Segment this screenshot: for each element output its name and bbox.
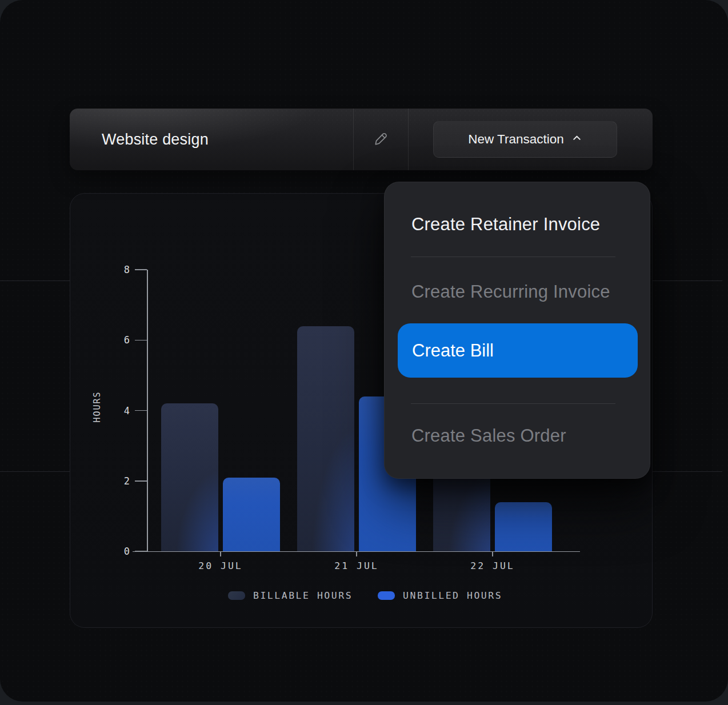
new-transaction-button[interactable]: New Transaction — [433, 121, 617, 158]
menu-item-create-bill[interactable]: Create Bill — [398, 323, 638, 378]
y-tick-4 — [135, 410, 147, 411]
y-tick-0 — [135, 551, 147, 552]
new-transaction-label: New Transaction — [468, 132, 564, 147]
bar-unbilled-hours-20-jul — [223, 478, 280, 551]
y-tick-label-0: 0 — [124, 546, 130, 557]
app-canvas: HOURS 0246820 JUL21 JUL22 JUL BILLABLE H… — [0, 0, 728, 702]
edit-project-button[interactable] — [353, 109, 408, 170]
bar-unbilled-hours-22-jul — [495, 502, 552, 551]
project-header-bar: Website design New Transaction — [70, 109, 653, 170]
x-tick-20-jul — [220, 551, 221, 556]
legend-item-billable: BILLABLE HOURS — [228, 590, 353, 601]
new-transaction-dropdown: Create Retainer Invoice Create Recurring… — [384, 182, 650, 479]
x-label-21-jul: 21 JUL — [334, 560, 379, 571]
y-tick-label-8: 8 — [124, 264, 130, 275]
y-tick-label-2: 2 — [124, 475, 130, 487]
y-tick-6 — [135, 340, 147, 341]
legend-label-unbilled: UNBILLED HOURS — [403, 590, 502, 601]
bar-billable-hours-21-jul — [297, 326, 354, 551]
x-label-20-jul: 20 JUL — [198, 560, 243, 571]
project-title: Website design — [102, 109, 209, 170]
unbilled-swatch — [378, 591, 395, 600]
header-divider-right — [408, 109, 409, 170]
x-tick-21-jul — [356, 551, 357, 556]
x-label-22-jul: 22 JUL — [470, 560, 515, 571]
menu-item-create-sales-order[interactable]: Create Sales Order — [411, 426, 566, 446]
x-tick-22-jul — [492, 551, 493, 556]
y-axis-title: HOURS — [92, 391, 102, 422]
menu-divider — [411, 257, 615, 257]
menu-item-create-retainer-invoice[interactable]: Create Retainer Invoice — [411, 214, 600, 235]
y-tick-label-6: 6 — [124, 334, 130, 346]
pencil-icon — [372, 130, 389, 149]
legend-item-unbilled: UNBILLED HOURS — [378, 590, 502, 601]
billable-swatch — [228, 591, 245, 600]
y-tick-label-4: 4 — [124, 405, 130, 416]
menu-divider — [411, 403, 615, 404]
bar-billable-hours-20-jul — [161, 403, 218, 551]
chart-legend: BILLABLE HOURS UNBILLED HOURS — [228, 590, 502, 601]
legend-label-billable: BILLABLE HOURS — [253, 590, 353, 601]
menu-item-create-recurring-invoice[interactable]: Create Recurring Invoice — [411, 282, 610, 302]
y-axis — [147, 270, 148, 551]
y-tick-8 — [135, 269, 147, 270]
y-tick-2 — [135, 480, 147, 482]
chevron-up-icon — [571, 132, 582, 147]
